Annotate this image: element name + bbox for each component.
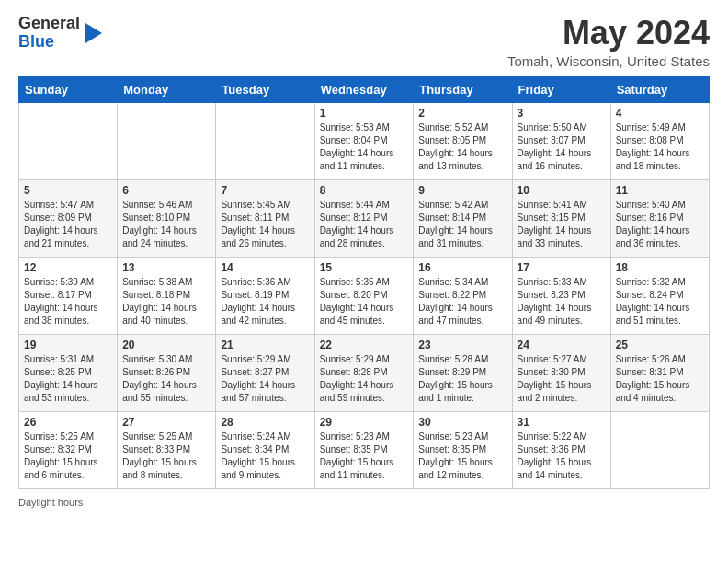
calendar-cell: 9Sunrise: 5:42 AM Sunset: 8:14 PM Daylig… bbox=[414, 179, 512, 257]
day-info: Sunrise: 5:39 AM Sunset: 8:17 PM Dayligh… bbox=[24, 276, 112, 327]
logo-arrow-icon bbox=[85, 23, 102, 43]
day-info: Sunrise: 5:30 AM Sunset: 8:26 PM Dayligh… bbox=[122, 353, 210, 405]
calendar-cell bbox=[216, 102, 314, 179]
calendar-header-friday: Friday bbox=[512, 76, 610, 102]
day-info: Sunrise: 5:38 AM Sunset: 8:18 PM Dayligh… bbox=[122, 276, 210, 327]
day-info: Sunrise: 5:35 AM Sunset: 8:20 PM Dayligh… bbox=[320, 276, 409, 327]
day-number: 12 bbox=[24, 261, 112, 274]
calendar-week-row: 1Sunrise: 5:53 AM Sunset: 8:04 PM Daylig… bbox=[19, 102, 710, 179]
day-number: 4 bbox=[616, 107, 704, 120]
calendar-cell: 31Sunrise: 5:22 AM Sunset: 8:36 PM Dayli… bbox=[512, 411, 610, 488]
day-number: 5 bbox=[24, 184, 112, 197]
svg-marker-0 bbox=[85, 23, 102, 43]
day-number: 17 bbox=[518, 261, 606, 274]
calendar-cell: 23Sunrise: 5:28 AM Sunset: 8:29 PM Dayli… bbox=[414, 334, 512, 411]
calendar-cell: 17Sunrise: 5:33 AM Sunset: 8:23 PM Dayli… bbox=[512, 257, 610, 334]
calendar-cell: 11Sunrise: 5:40 AM Sunset: 8:16 PM Dayli… bbox=[610, 179, 709, 257]
day-number: 6 bbox=[122, 184, 210, 197]
day-number: 18 bbox=[616, 261, 704, 274]
calendar-cell: 8Sunrise: 5:44 AM Sunset: 8:12 PM Daylig… bbox=[314, 179, 414, 257]
day-number: 31 bbox=[518, 416, 606, 429]
calendar-cell: 1Sunrise: 5:53 AM Sunset: 8:04 PM Daylig… bbox=[314, 102, 414, 179]
day-info: Sunrise: 5:49 AM Sunset: 8:08 PM Dayligh… bbox=[616, 121, 704, 173]
calendar-cell: 10Sunrise: 5:41 AM Sunset: 8:15 PM Dayli… bbox=[512, 179, 610, 257]
calendar-header-monday: Monday bbox=[118, 76, 216, 102]
footer: Daylight hours bbox=[18, 497, 710, 508]
day-info: Sunrise: 5:27 AM Sunset: 8:30 PM Dayligh… bbox=[518, 353, 606, 405]
day-number: 30 bbox=[418, 416, 506, 429]
calendar-header-saturday: Saturday bbox=[610, 76, 709, 102]
calendar-cell: 27Sunrise: 5:25 AM Sunset: 8:33 PM Dayli… bbox=[118, 411, 216, 488]
page-header: General Blue May 2024 Tomah, Wisconsin, … bbox=[18, 15, 710, 69]
logo: General Blue bbox=[18, 15, 102, 52]
day-number: 16 bbox=[418, 261, 506, 274]
calendar-cell: 3Sunrise: 5:50 AM Sunset: 8:07 PM Daylig… bbox=[512, 102, 610, 179]
calendar-header-thursday: Thursday bbox=[414, 76, 512, 102]
calendar-header-row: SundayMondayTuesdayWednesdayThursdayFrid… bbox=[19, 76, 710, 102]
day-info: Sunrise: 5:40 AM Sunset: 8:16 PM Dayligh… bbox=[616, 199, 704, 250]
calendar-week-row: 5Sunrise: 5:47 AM Sunset: 8:09 PM Daylig… bbox=[19, 179, 710, 257]
day-number: 8 bbox=[320, 184, 409, 197]
location: Tomah, Wisconsin, United States bbox=[507, 53, 710, 69]
calendar-table: SundayMondayTuesdayWednesdayThursdayFrid… bbox=[18, 76, 710, 489]
day-number: 1 bbox=[320, 107, 409, 120]
day-number: 19 bbox=[24, 339, 112, 351]
day-number: 26 bbox=[24, 416, 112, 429]
day-info: Sunrise: 5:22 AM Sunset: 8:36 PM Dayligh… bbox=[518, 431, 606, 482]
day-info: Sunrise: 5:53 AM Sunset: 8:04 PM Dayligh… bbox=[320, 121, 409, 173]
day-info: Sunrise: 5:45 AM Sunset: 8:11 PM Dayligh… bbox=[221, 199, 309, 250]
month-title: May 2024 bbox=[507, 15, 710, 52]
calendar-cell: 22Sunrise: 5:29 AM Sunset: 8:28 PM Dayli… bbox=[314, 334, 414, 411]
day-number: 15 bbox=[320, 261, 409, 274]
calendar-cell: 14Sunrise: 5:36 AM Sunset: 8:19 PM Dayli… bbox=[216, 257, 314, 334]
day-info: Sunrise: 5:32 AM Sunset: 8:24 PM Dayligh… bbox=[616, 276, 704, 327]
calendar-header-wednesday: Wednesday bbox=[314, 76, 414, 102]
calendar-cell bbox=[118, 102, 216, 179]
calendar-header-sunday: Sunday bbox=[19, 76, 118, 102]
calendar-cell: 12Sunrise: 5:39 AM Sunset: 8:17 PM Dayli… bbox=[19, 257, 118, 334]
daylight-hours-label: Daylight hours bbox=[18, 497, 83, 508]
calendar-cell: 19Sunrise: 5:31 AM Sunset: 8:25 PM Dayli… bbox=[19, 334, 118, 411]
calendar-header-tuesday: Tuesday bbox=[216, 76, 314, 102]
calendar-cell: 5Sunrise: 5:47 AM Sunset: 8:09 PM Daylig… bbox=[19, 179, 118, 257]
day-info: Sunrise: 5:50 AM Sunset: 8:07 PM Dayligh… bbox=[518, 121, 606, 173]
day-info: Sunrise: 5:23 AM Sunset: 8:35 PM Dayligh… bbox=[418, 431, 506, 482]
calendar-week-row: 26Sunrise: 5:25 AM Sunset: 8:32 PM Dayli… bbox=[19, 411, 710, 488]
day-info: Sunrise: 5:47 AM Sunset: 8:09 PM Dayligh… bbox=[24, 199, 112, 250]
day-number: 20 bbox=[122, 339, 210, 351]
day-number: 3 bbox=[518, 107, 606, 120]
calendar-cell: 24Sunrise: 5:27 AM Sunset: 8:30 PM Dayli… bbox=[512, 334, 610, 411]
logo-general: General bbox=[18, 14, 80, 32]
calendar-cell: 21Sunrise: 5:29 AM Sunset: 8:27 PM Dayli… bbox=[216, 334, 314, 411]
day-number: 21 bbox=[221, 339, 309, 351]
calendar-cell: 6Sunrise: 5:46 AM Sunset: 8:10 PM Daylig… bbox=[118, 179, 216, 257]
calendar-cell: 13Sunrise: 5:38 AM Sunset: 8:18 PM Dayli… bbox=[118, 257, 216, 334]
day-info: Sunrise: 5:46 AM Sunset: 8:10 PM Dayligh… bbox=[122, 199, 210, 250]
day-info: Sunrise: 5:41 AM Sunset: 8:15 PM Dayligh… bbox=[518, 199, 606, 250]
day-info: Sunrise: 5:44 AM Sunset: 8:12 PM Dayligh… bbox=[320, 199, 409, 250]
day-number: 27 bbox=[122, 416, 210, 429]
day-number: 22 bbox=[320, 339, 409, 351]
day-number: 13 bbox=[122, 261, 210, 274]
day-info: Sunrise: 5:52 AM Sunset: 8:05 PM Dayligh… bbox=[418, 121, 506, 173]
day-info: Sunrise: 5:23 AM Sunset: 8:35 PM Dayligh… bbox=[320, 431, 409, 482]
day-number: 7 bbox=[221, 184, 309, 197]
day-info: Sunrise: 5:29 AM Sunset: 8:27 PM Dayligh… bbox=[221, 353, 309, 405]
day-info: Sunrise: 5:34 AM Sunset: 8:22 PM Dayligh… bbox=[418, 276, 506, 327]
day-info: Sunrise: 5:33 AM Sunset: 8:23 PM Dayligh… bbox=[518, 276, 606, 327]
day-info: Sunrise: 5:29 AM Sunset: 8:28 PM Dayligh… bbox=[320, 353, 409, 405]
day-info: Sunrise: 5:25 AM Sunset: 8:33 PM Dayligh… bbox=[122, 431, 210, 482]
day-number: 23 bbox=[418, 339, 506, 351]
calendar-cell: 16Sunrise: 5:34 AM Sunset: 8:22 PM Dayli… bbox=[414, 257, 512, 334]
day-number: 11 bbox=[616, 184, 704, 197]
day-number: 9 bbox=[418, 184, 506, 197]
day-number: 2 bbox=[418, 107, 506, 120]
logo-blue: Blue bbox=[18, 32, 54, 51]
calendar-cell: 25Sunrise: 5:26 AM Sunset: 8:31 PM Dayli… bbox=[610, 334, 709, 411]
day-number: 25 bbox=[616, 339, 704, 351]
calendar-cell bbox=[19, 102, 118, 179]
day-info: Sunrise: 5:42 AM Sunset: 8:14 PM Dayligh… bbox=[418, 199, 506, 250]
calendar-cell: 18Sunrise: 5:32 AM Sunset: 8:24 PM Dayli… bbox=[610, 257, 709, 334]
calendar-cell: 26Sunrise: 5:25 AM Sunset: 8:32 PM Dayli… bbox=[19, 411, 118, 488]
day-info: Sunrise: 5:26 AM Sunset: 8:31 PM Dayligh… bbox=[616, 353, 704, 405]
